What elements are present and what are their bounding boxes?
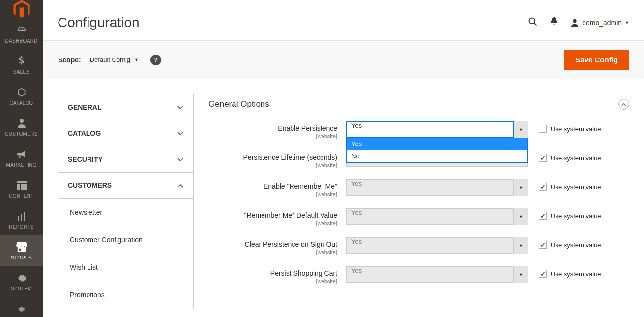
config-nav: GENERAL CATALOG SECURITY [58, 94, 194, 309]
nav-system[interactable]: SYSTEM [0, 266, 43, 297]
cube-icon [17, 86, 27, 98]
svg-rect-2 [17, 184, 20, 190]
section-customers[interactable]: CUSTOMERS [58, 173, 193, 199]
subitem-wishlist[interactable]: Wish List [58, 254, 193, 281]
chevron-down-icon [177, 103, 183, 111]
person-icon [18, 117, 26, 129]
remember-me-default-select: Yes [346, 208, 528, 225]
scope-select[interactable]: Default Config ▼ [90, 56, 139, 63]
field-label: Persist Shopping Cart [208, 269, 337, 277]
svg-rect-1 [17, 181, 27, 183]
use-system-checkbox[interactable] [539, 241, 547, 249]
nav-customers[interactable]: CUSTOMERS [0, 112, 43, 143]
layout-icon [17, 179, 27, 191]
use-system-label[interactable]: Use system value [551, 183, 601, 191]
field-remember-me-default: "Remember Me" Default Value [website] Ye… [208, 208, 629, 227]
storefront-icon [16, 241, 27, 253]
nav-marketing-label: MARKETING [6, 162, 36, 168]
chevron-down-icon [177, 129, 183, 137]
field-clear-persistence-signout: Clear Persistence on Sign Out [website] … [208, 237, 629, 256]
save-config-button[interactable]: Save Config [564, 50, 629, 70]
nav-system-label: SYSTEM [11, 286, 32, 291]
field-enable-remember-me: Enable "Remember Me" [website] Yes ▼ Use… [208, 179, 629, 198]
nav-extra[interactable] [0, 297, 43, 317]
nav-catalog[interactable]: CATALOG [0, 81, 43, 112]
nav-content-label: CONTENT [9, 193, 33, 199]
chevron-down-icon: ▼ [134, 58, 139, 62]
collapse-button[interactable] [618, 99, 629, 110]
scope-value: Default Config [90, 56, 130, 63]
chevron-down-icon: ▼ [625, 20, 629, 25]
use-system-label[interactable]: Use system value [551, 212, 601, 220]
use-system-checkbox[interactable] [539, 183, 547, 191]
field-label: Persistence Lifetime (seconds) [208, 153, 337, 161]
svg-point-0 [20, 119, 24, 123]
nav-dashboard-label: DASHBOARD [5, 38, 37, 44]
field-enable-persistence: Enable Persistence [website] Yes ▼ Yes N… [208, 121, 629, 140]
magento-logo[interactable] [0, 0, 43, 19]
field-scope-hint: [website] [316, 278, 337, 284]
field-label: Enable Persistence [208, 124, 337, 132]
nav-marketing[interactable]: MARKETING [0, 143, 43, 173]
nav-catalog-label: CATALOG [9, 100, 33, 106]
enable-persistence-dropdown: Yes No [346, 138, 528, 163]
megaphone-icon [17, 148, 27, 160]
section-title: SECURITY [68, 155, 103, 163]
section-catalog[interactable]: CATALOG [58, 120, 193, 146]
bell-icon[interactable] [550, 17, 558, 29]
page-title: Configuration [58, 15, 140, 30]
enable-persistence-select[interactable]: Yes [346, 121, 528, 138]
user-icon [570, 18, 579, 27]
nav-sales[interactable]: SALES [0, 50, 43, 81]
field-scope-hint: [website] [316, 191, 337, 197]
use-system-label[interactable]: Use system value [551, 270, 601, 278]
chevron-down-icon [177, 155, 183, 163]
use-system-label[interactable]: Use system value [551, 154, 601, 162]
section-title: GENERAL [68, 103, 101, 111]
scope-label: Scope: [58, 56, 81, 64]
field-label: "Remember Me" Default Value [208, 211, 337, 219]
use-system-checkbox[interactable] [539, 212, 547, 220]
dropdown-option-no[interactable]: No [347, 150, 527, 162]
nav-dashboard[interactable]: DASHBOARD [0, 19, 43, 50]
field-scope-hint: [website] [316, 220, 337, 226]
nav-sales-label: SALES [13, 69, 30, 75]
use-system-label[interactable]: Use system value [551, 125, 601, 133]
chevron-up-icon [177, 181, 183, 189]
use-system-checkbox[interactable] [539, 154, 547, 162]
svg-point-7 [529, 18, 535, 24]
user-menu[interactable]: demo_admin ▼ [570, 18, 629, 27]
section-security[interactable]: SECURITY [58, 146, 193, 172]
search-icon[interactable] [528, 17, 538, 29]
use-system-checkbox[interactable] [539, 270, 547, 278]
field-persist-cart: Persist Shopping Cart [website] Yes ▼ Us… [208, 266, 629, 285]
user-name: demo_admin [582, 19, 622, 27]
section-general[interactable]: GENERAL [58, 94, 193, 120]
nav-reports-label: REPORTS [9, 224, 33, 230]
gear-icon [17, 272, 27, 284]
scope-bar: Scope: Default Config ▼ ? Save Config [43, 40, 644, 79]
subitem-promotions[interactable]: Promotions [58, 281, 193, 309]
nav-stores[interactable]: STORES [0, 235, 43, 266]
field-scope-hint: [website] [316, 162, 337, 168]
subitem-newsletter[interactable]: Newsletter [58, 199, 193, 226]
admin-sidebar: DASHBOARD SALES CATALOG CUSTOMERS MARKET… [0, 0, 43, 317]
dashboard-icon [16, 25, 27, 36]
svg-line-8 [534, 23, 537, 25]
enable-remember-me-select: Yes [346, 179, 528, 196]
use-system-checkbox[interactable] [539, 125, 547, 133]
group-title: General Options [208, 99, 269, 109]
field-label: Clear Persistence on Sign Out [208, 240, 337, 248]
nav-stores-label: STORES [11, 255, 32, 260]
nav-reports[interactable]: REPORTS [0, 204, 43, 235]
nav-content[interactable]: CONTENT [0, 173, 43, 204]
section-title: CATALOG [68, 129, 101, 137]
use-system-label[interactable]: Use system value [551, 241, 601, 249]
field-scope-hint: [website] [316, 249, 337, 255]
clear-persistence-select: Yes [346, 237, 528, 254]
svg-rect-3 [21, 184, 27, 190]
cube-icon [17, 303, 27, 315]
subitem-customer-config[interactable]: Customer Configuration [58, 226, 193, 254]
help-icon[interactable]: ? [150, 55, 161, 65]
dropdown-option-yes[interactable]: Yes [347, 138, 527, 150]
